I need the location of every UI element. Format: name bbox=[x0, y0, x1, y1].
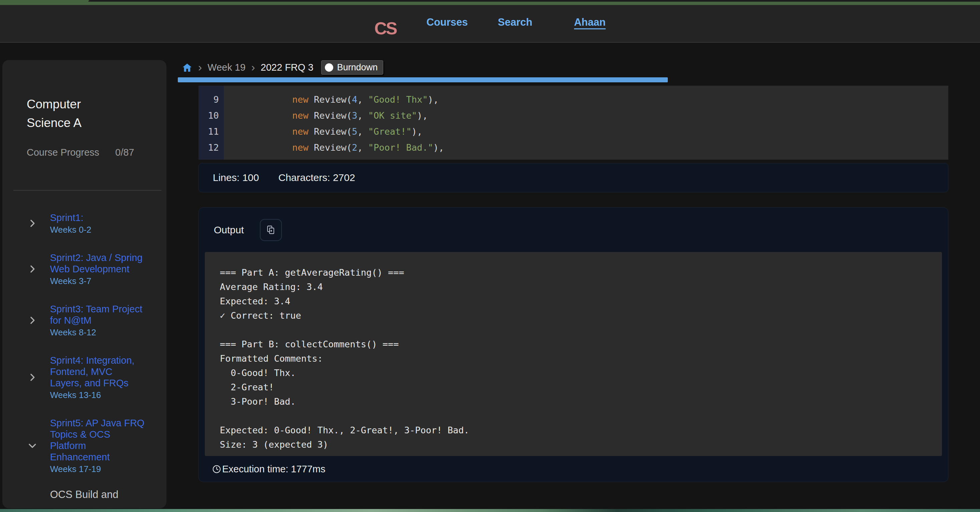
sprint-weeks: Weeks 0-2 bbox=[50, 225, 91, 235]
sprint-list: Sprint1:Weeks 0-2Sprint2: Java / SpringW… bbox=[27, 212, 155, 474]
characters-count: Characters: 2702 bbox=[278, 172, 355, 183]
sprint-text-block: Sprint4: Integration,Fontend, MVCLayers,… bbox=[50, 355, 134, 400]
chevron-down-icon bbox=[27, 440, 38, 451]
sprint-title: Sprint1: bbox=[50, 212, 91, 224]
code-editor[interactable]: --9 new Review(4, "Good! Thx"),10 new Re… bbox=[199, 86, 948, 160]
window-edge-notch bbox=[88, 0, 980, 2]
code-line: 9 new Review(4, "Good! Thx"), bbox=[199, 92, 948, 108]
copy-output-button[interactable] bbox=[260, 219, 282, 241]
chevron-right-icon bbox=[27, 372, 38, 383]
line-number bbox=[199, 86, 224, 92]
code-text: new Review(3, "OK site"), bbox=[224, 108, 428, 124]
course-sidebar: Computer Science A Course Progress 0/87 … bbox=[2, 60, 167, 508]
course-progress-row: Course Progress 0/87 bbox=[27, 147, 155, 158]
home-icon[interactable] bbox=[182, 62, 192, 73]
sprint-text-block: Sprint3: Team Projectfor N@tMWeeks 8-12 bbox=[50, 303, 142, 337]
line-number: 10 bbox=[199, 108, 224, 124]
sprint-title: Sprint4: Integration,Fontend, MVCLayers,… bbox=[50, 355, 134, 389]
output-header: Output bbox=[199, 208, 948, 252]
breadcrumb-current-page: 2022 FRQ 3 bbox=[261, 62, 313, 73]
sidebar-item-sprint1[interactable]: Sprint1:Weeks 0-2 bbox=[27, 212, 155, 235]
course-progress-label: Course Progress bbox=[27, 147, 99, 158]
chevron-right-icon bbox=[27, 218, 38, 229]
sidebar-item-sprint2[interactable]: Sprint2: Java / SpringWeb DevelopmentWee… bbox=[27, 252, 155, 286]
code-line: 10 new Review(3, "OK site"), bbox=[199, 108, 948, 124]
cs-logo[interactable]: CS bbox=[374, 20, 396, 37]
sprint-text-block: Sprint5: AP Java FRQTopics & OCSPlatform… bbox=[50, 417, 145, 474]
code-text: new Review(4, "Good! Thx"), bbox=[224, 92, 439, 108]
sprint-text-block: Sprint1:Weeks 0-2 bbox=[50, 212, 91, 235]
sidebar-item-sprint3[interactable]: Sprint3: Team Projectfor N@tMWeeks 8-12 bbox=[27, 303, 155, 337]
burndown-label: Burndown bbox=[337, 62, 378, 73]
code-line: 12 new Review(2, "Poor! Bad."), bbox=[199, 139, 948, 156]
sidebar-item-sprint4[interactable]: Sprint4: Integration,Fontend, MVCLayers,… bbox=[27, 355, 155, 400]
page-progress-bar bbox=[178, 77, 948, 82]
line-number: 11 bbox=[199, 124, 224, 139]
sidebar-divider bbox=[13, 190, 161, 191]
clock-icon bbox=[212, 464, 221, 474]
sidebar-item-sprint5[interactable]: Sprint5: AP Java FRQTopics & OCSPlatform… bbox=[27, 417, 155, 474]
editor-stats-bar: Lines: 100 Characters: 2702 bbox=[199, 163, 948, 192]
sidebar-item-ocs-build[interactable]: OCS Build and bbox=[50, 489, 155, 501]
burndown-dot-icon bbox=[325, 63, 333, 72]
nav-link-search[interactable]: Search bbox=[498, 16, 532, 29]
page-progress-fill bbox=[178, 77, 668, 82]
course-progress-value: 0/87 bbox=[115, 147, 134, 158]
line-number: 9 bbox=[199, 92, 224, 108]
code-text: -- bbox=[224, 86, 303, 92]
burndown-button[interactable]: Burndown bbox=[321, 60, 383, 75]
sprint-title: Sprint5: AP Java FRQTopics & OCSPlatform… bbox=[50, 417, 145, 463]
top-navbar: CS Courses Search Ahaan bbox=[0, 5, 980, 43]
sprint-weeks: Weeks 17-19 bbox=[50, 464, 145, 474]
lines-count: Lines: 100 bbox=[213, 172, 259, 183]
line-number: 12 bbox=[199, 139, 224, 156]
sprint-weeks: Weeks 13-16 bbox=[50, 390, 134, 400]
code-text: new Review(3, ""), bbox=[224, 156, 390, 160]
output-panel: Output === Part A: getAverageRating() ==… bbox=[199, 207, 948, 482]
nav-link-courses[interactable]: Courses bbox=[426, 16, 468, 29]
course-title: Computer Science A bbox=[27, 95, 127, 132]
breadcrumb: › Week 19 › 2022 FRQ 3 Burndown bbox=[182, 60, 383, 75]
chevron-right-icon bbox=[27, 263, 38, 275]
breadcrumb-week19[interactable]: Week 19 bbox=[207, 62, 245, 73]
wallpaper-bottom-strip bbox=[0, 509, 980, 512]
code-line: -- bbox=[199, 86, 948, 92]
code-lines: --9 new Review(4, "Good! Thx"),10 new Re… bbox=[199, 86, 948, 160]
sprint-weeks: Weeks 3-7 bbox=[50, 276, 142, 286]
output-title: Output bbox=[214, 224, 244, 236]
code-text: new Review(2, "Poor! Bad."), bbox=[224, 139, 444, 156]
line-number: 13 bbox=[199, 156, 224, 160]
code-text: new Review(5, "Great!"), bbox=[224, 124, 422, 139]
execution-time-text: Execution time: 1777ms bbox=[222, 464, 325, 475]
code-line: 11 new Review(5, "Great!"), bbox=[199, 124, 948, 139]
wallpaper-top-strip bbox=[0, 0, 980, 5]
code-line: 13 new Review(3, ""), bbox=[199, 156, 948, 160]
breadcrumb-separator: › bbox=[198, 62, 202, 72]
console-output-text: === Part A: getAverageRating() === Avera… bbox=[220, 265, 927, 452]
nav-link-profile[interactable]: Ahaan bbox=[574, 16, 606, 29]
sprint-title: Sprint3: Team Projectfor N@tM bbox=[50, 303, 142, 326]
sprint-text-block: Sprint2: Java / SpringWeb DevelopmentWee… bbox=[50, 252, 142, 286]
sprint-weeks: Weeks 8-12 bbox=[50, 327, 142, 337]
copy-icon bbox=[266, 225, 276, 235]
sprint-title: Sprint2: Java / SpringWeb Development bbox=[50, 252, 142, 275]
chevron-right-icon bbox=[27, 315, 38, 326]
breadcrumb-separator: › bbox=[251, 62, 255, 72]
execution-time-row: Execution time: 1777ms bbox=[199, 456, 948, 482]
console-output: === Part A: getAverageRating() === Avera… bbox=[205, 252, 942, 456]
